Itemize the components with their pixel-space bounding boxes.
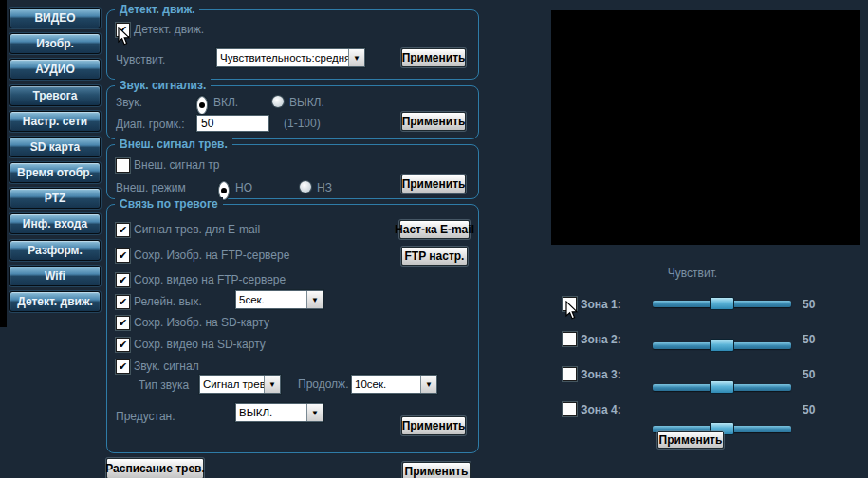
sound-label: Звук. — [116, 96, 142, 109]
zone2-value: 50 — [803, 333, 815, 346]
volume-input[interactable] — [196, 115, 269, 132]
relay-out-checkbox[interactable] — [116, 295, 130, 309]
zone1-slider[interactable] — [653, 301, 791, 307]
external-alarm-checkbox-label: Внеш. сигнал тр — [134, 158, 223, 172]
zones-sensitivity-title: Чувствит. — [626, 267, 759, 280]
sensitivity-label: Чувствит. — [116, 53, 165, 66]
sidebar-item-input-info[interactable]: Инф. входа — [9, 213, 101, 234]
zone3-slider-thumb[interactable] — [710, 380, 734, 394]
ftp-video-checkbox[interactable] — [116, 273, 130, 287]
zone3-slider[interactable] — [653, 384, 791, 391]
chevron-down-icon[interactable]: ▼ — [306, 404, 323, 421]
sound-alarm-group: Звук. сигнализ. Звук. ВКЛ. ВЫКЛ. Диап. г… — [106, 85, 479, 139]
zones-apply-button[interactable]: Применить — [657, 431, 724, 449]
motion-detect-group: Детект. движ. Детект. движ. Чувствит. Чу… — [106, 9, 479, 80]
ftp-image-checkbox[interactable] — [116, 248, 130, 263]
external-alarm-group: Внеш. сигнал трев. Внеш. сигнал тр Внеш.… — [106, 144, 479, 199]
motion-apply-button[interactable]: Применить — [401, 48, 466, 67]
email-settings-button[interactable]: Наст-ка E-mail — [399, 220, 470, 239]
sound-on-radio[interactable] — [196, 96, 208, 115]
sidebar-item-wifi[interactable]: Wifi — [9, 266, 101, 286]
email-alarm-checkbox[interactable] — [116, 223, 130, 237]
email-alarm-label: Сигнал трев. для E-mail — [134, 223, 260, 236]
zone4-label: Зона 4: — [581, 403, 621, 416]
mode-no-label: НО — [235, 181, 252, 194]
motion-detect-checkbox[interactable] — [116, 23, 130, 37]
volume-range-hint: (1-100) — [284, 117, 321, 130]
chevron-down-icon[interactable]: ▼ — [264, 376, 280, 393]
motion-detect-checkbox-label: Детект. движ. — [134, 23, 204, 36]
zone2-label: Зона 2: — [581, 333, 621, 346]
chevron-down-icon[interactable]: ▼ — [348, 49, 364, 66]
footer-apply-button[interactable]: Применить — [402, 462, 471, 478]
motion-detect-legend: Детект. движ. — [115, 3, 199, 16]
preset-select[interactable]: ВЫКЛ. ▼ — [235, 403, 323, 422]
sound-type-select[interactable]: Сигнал трев ▼ — [199, 375, 281, 394]
sd-image-checkbox[interactable] — [116, 316, 130, 330]
mode-nc-label: НЗ — [317, 181, 332, 194]
mode-nc-radio[interactable] — [300, 181, 311, 193]
sd-image-label: Сохр. Изобр. на SD-карту — [134, 316, 269, 329]
sd-video-label: Сохр. видео на SD-карту — [134, 338, 266, 351]
alarm-schedule-button[interactable]: Расписание трев. — [106, 458, 204, 478]
sidebar-item-motion-detect[interactable]: Детект. движ. — [9, 291, 101, 312]
zone4-checkbox[interactable] — [563, 402, 577, 416]
relay-duration-select[interactable]: 5сек. ▼ — [235, 290, 323, 309]
sidebar-item-audio[interactable]: АУДИО — [9, 59, 101, 80]
chevron-down-icon[interactable]: ▼ — [420, 376, 436, 393]
sidebar-item-video[interactable]: ВИДЕО — [9, 8, 101, 28]
zone3-checkbox[interactable] — [563, 367, 577, 381]
external-apply-button[interactable]: Применить — [401, 175, 466, 193]
sidebar-item-ptz[interactable]: PTZ — [9, 188, 101, 209]
zone3-value: 50 — [803, 368, 815, 381]
sound-off-radio[interactable] — [272, 96, 284, 107]
zone1-slider-thumb[interactable] — [710, 297, 734, 310]
sound-type-label: Тип звука — [139, 378, 189, 392]
sidebar-item-alarm[interactable]: Тревога — [9, 85, 101, 106]
sound-signal-label: Звук. сигнал — [134, 359, 199, 373]
zone3-label: Зона 3: — [581, 368, 621, 381]
sound-signal-checkbox[interactable] — [116, 359, 130, 374]
video-preview[interactable] — [551, 10, 860, 245]
alarm-linkage-legend: Связь по тревоге — [115, 197, 223, 211]
sidebar-item-network[interactable]: Настр. сети — [9, 111, 101, 132]
external-alarm-legend: Внеш. сигнал трев. — [115, 138, 232, 151]
duration-select[interactable]: 10сек. ▼ — [351, 375, 437, 394]
chevron-down-icon[interactable]: ▼ — [306, 291, 323, 308]
sound-type-value: Сигнал трев — [200, 378, 264, 390]
zone2-slider[interactable] — [653, 342, 791, 349]
camera-settings-page: ВИДЕО Изобр. АУДИО Тревога Настр. сети S… — [0, 0, 868, 478]
sd-video-checkbox[interactable] — [116, 338, 130, 352]
duration-value: 10сек. — [352, 378, 420, 390]
zone4-value: 50 — [803, 403, 815, 416]
zone1-value: 50 — [803, 298, 815, 311]
relay-out-label: Релейн. вых. — [134, 295, 202, 308]
external-mode-label: Внеш. режим — [116, 181, 186, 194]
alarm-linkage-group: Связь по тревоге Сигнал трев. для E-mail… — [106, 204, 479, 453]
ftp-settings-button[interactable]: FTP настр. — [401, 247, 468, 266]
external-alarm-checkbox[interactable] — [116, 158, 130, 173]
preset-value: ВЫКЛ. — [236, 407, 306, 418]
ftp-image-label: Сохр. Изобр. на FTP-сервере — [134, 248, 289, 262]
left-edge-strip — [0, 0, 7, 327]
preset-label: Предустан. — [116, 410, 175, 423]
sensitivity-select[interactable]: Чувствительность:средня ▼ — [216, 48, 365, 67]
relay-duration-value: 5сек. — [236, 294, 306, 305]
zone1-checkbox[interactable] — [563, 297, 577, 311]
volume-label: Диап. громк.: — [116, 118, 185, 131]
ftp-video-label: Сохр. видео на FTP-сервере — [134, 273, 286, 286]
sound-on-label: ВКЛ. — [213, 96, 238, 109]
linkage-apply-button[interactable]: Применить — [401, 416, 466, 435]
sound-apply-button[interactable]: Применить — [401, 112, 466, 131]
zone2-checkbox[interactable] — [563, 332, 577, 346]
sensitivity-select-value: Чувствительность:средня — [217, 52, 348, 64]
zone1-label: Зона 1: — [581, 298, 621, 311]
sidebar-item-image[interactable]: Изобр. — [9, 33, 101, 54]
duration-label: Продолж. — [298, 377, 348, 391]
sidebar-item-sdcard[interactable]: SD карта — [9, 137, 101, 157]
sound-alarm-legend: Звук. сигнализ. — [115, 79, 211, 92]
sound-off-label: ВЫКЛ. — [289, 96, 324, 109]
sidebar-item-format[interactable]: Разформ. — [9, 240, 101, 261]
sidebar-item-time-display[interactable]: Время отобр. — [9, 162, 101, 183]
zone2-slider-thumb[interactable] — [710, 339, 734, 352]
